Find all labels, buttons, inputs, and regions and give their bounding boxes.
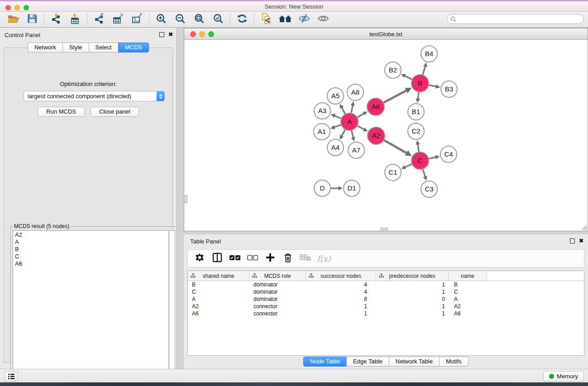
graph-edge-A-A2[interactable] — [358, 126, 365, 129]
deselect-all-button[interactable] — [246, 252, 259, 265]
zoom-out-button[interactable] — [171, 13, 190, 26]
tab-mcds[interactable]: MCDS — [118, 43, 149, 52]
criterion-dropdown[interactable]: largest connected component (directed) — [24, 91, 165, 101]
float-table-panel-icon[interactable] — [570, 238, 575, 243]
table-tab-motifs[interactable]: Motifs — [439, 357, 468, 367]
search-box[interactable] — [447, 14, 584, 24]
save-session-button[interactable] — [23, 13, 42, 26]
graph-edge-C-C3[interactable] — [423, 169, 425, 177]
graph-node-label: B4 — [425, 50, 433, 57]
column-header-MCDS-role[interactable]: MCDS role — [249, 271, 306, 281]
graph-edge-A-A5[interactable] — [341, 107, 345, 114]
export-image-button[interactable] — [128, 13, 147, 26]
column-header-shared-name[interactable]: shared name — [188, 271, 249, 281]
zoom-in-button[interactable] — [152, 13, 171, 26]
table-tab-node-table[interactable]: Node Table — [303, 357, 347, 367]
delete-row-button[interactable] — [282, 252, 294, 265]
tab-select[interactable]: Select — [89, 43, 119, 52]
select-all-button[interactable] — [229, 252, 241, 265]
add-row-button[interactable] — [264, 252, 277, 265]
graph-edge-A-A8[interactable] — [351, 105, 353, 113]
close-table-panel-icon[interactable]: ✖ — [579, 238, 583, 243]
network-canvas[interactable]: B4B2BB3A8A5A6A3B1AA1C2A2A4A7C4CC1C3DD1 — [185, 40, 587, 230]
splitter-handle[interactable] — [184, 195, 187, 203]
close-panel-button[interactable]: Close panel — [91, 107, 139, 117]
clone-network-button[interactable] — [257, 13, 276, 26]
graph-edge-A-A1[interactable] — [334, 125, 341, 128]
hide-selected-button[interactable] — [295, 13, 314, 26]
import-table-icon — [69, 13, 81, 26]
close-panel-icon[interactable]: ✖ — [168, 32, 173, 37]
toolbar-separator — [149, 14, 149, 25]
graph-edge-B-B4[interactable] — [423, 66, 425, 75]
refresh-button[interactable] — [233, 13, 252, 26]
select-all-icon — [229, 254, 240, 262]
clone-network-icon — [260, 13, 272, 27]
graph-edge-B-B3[interactable] — [429, 85, 437, 87]
export-network-icon — [93, 13, 105, 26]
resize-grip-icon[interactable] — [581, 224, 587, 230]
table-row[interactable]: Cdominator41C — [188, 288, 584, 295]
export-network-button[interactable] — [90, 13, 109, 26]
graph-edge-C-C1[interactable] — [404, 164, 411, 167]
mcds-result-item[interactable]: A2 — [13, 231, 168, 238]
toolbar-separator — [44, 14, 44, 25]
columns-button[interactable] — [211, 252, 224, 265]
zoom-out-icon — [175, 13, 186, 26]
import-table-button[interactable] — [66, 13, 85, 26]
graph-edge-B-B2[interactable] — [404, 76, 412, 79]
mcds-result-item[interactable]: A6 — [13, 260, 168, 267]
settings-button[interactable] — [193, 252, 206, 265]
table-row[interactable]: A2connector11A2 — [188, 303, 584, 310]
column-header-successor-nodes[interactable]: successor nodes — [306, 271, 376, 281]
tab-network[interactable]: Network — [28, 43, 63, 52]
column-header-predecessor-nodes[interactable]: predecessor nodes — [376, 271, 449, 281]
graph-edge-B-B1[interactable] — [418, 92, 419, 100]
export-table-button[interactable] — [109, 13, 128, 26]
graph-edge-C-C2[interactable] — [418, 143, 419, 152]
graph-edge-A2-C[interactable] — [384, 140, 407, 153]
graph-arrowhead-icon — [423, 176, 427, 181]
table-row[interactable]: Bdominator41B — [188, 281, 584, 288]
network-window-titlebar[interactable]: testGlobe.txt — [184, 29, 588, 40]
zoom-selected-button[interactable] — [209, 13, 228, 26]
delete-table-button[interactable] — [299, 252, 312, 265]
network-title: testGlobe.txt — [184, 31, 588, 38]
tab-style[interactable]: Style — [62, 43, 89, 52]
graph-edge-A-A7[interactable] — [352, 130, 354, 138]
search-input[interactable] — [456, 15, 583, 23]
table-tab-network-table[interactable]: Network Table — [389, 357, 440, 367]
table-row[interactable]: A6connector11A6 — [188, 310, 584, 317]
zoom-fit-button[interactable] — [190, 13, 209, 26]
open-session-button[interactable] — [4, 13, 23, 26]
mcds-list-scrollbar[interactable] — [169, 230, 175, 379]
task-history-button[interactable] — [5, 371, 18, 381]
graph-edge-C-C4[interactable] — [429, 157, 437, 159]
home-first-neighbors-icon — [278, 13, 292, 26]
table-cell: B — [449, 281, 487, 288]
column-header-name[interactable]: name — [449, 271, 487, 281]
graph-node-label: C1 — [388, 168, 397, 176]
float-panel-icon[interactable] — [159, 32, 164, 37]
table-row[interactable]: Adominator80A — [188, 295, 584, 303]
mcds-result-list[interactable]: A2ABCA6 — [13, 230, 169, 379]
graph-edge-A-A3[interactable] — [334, 115, 341, 118]
run-mcds-button[interactable]: Run MCDS — [38, 107, 85, 117]
mcds-result-item[interactable]: C — [13, 253, 168, 260]
table-tab-edge-table[interactable]: Edge Table — [346, 357, 389, 367]
show-all-button[interactable] — [314, 13, 333, 26]
mcds-result-item[interactable]: B — [13, 246, 168, 253]
mcds-result-item[interactable]: A — [13, 238, 168, 246]
graph-edge-A6-B[interactable] — [384, 90, 407, 102]
graph-node-label: C2 — [411, 127, 420, 135]
splitter-handle[interactable] — [381, 228, 388, 231]
main-titlebar: Session: New Session — [0, 1, 588, 12]
graph-edge-A-A4[interactable] — [341, 130, 345, 137]
home-first-neighbors-button[interactable] — [276, 13, 295, 26]
memory-button[interactable]: Memory — [543, 371, 584, 381]
import-network-button[interactable] — [47, 13, 66, 26]
graph-arrowhead-icon — [435, 155, 440, 159]
toolbar-separator — [254, 14, 254, 25]
function-builder-button[interactable]: f(x) — [317, 254, 331, 263]
graph-edge-A-A6[interactable] — [357, 113, 364, 117]
